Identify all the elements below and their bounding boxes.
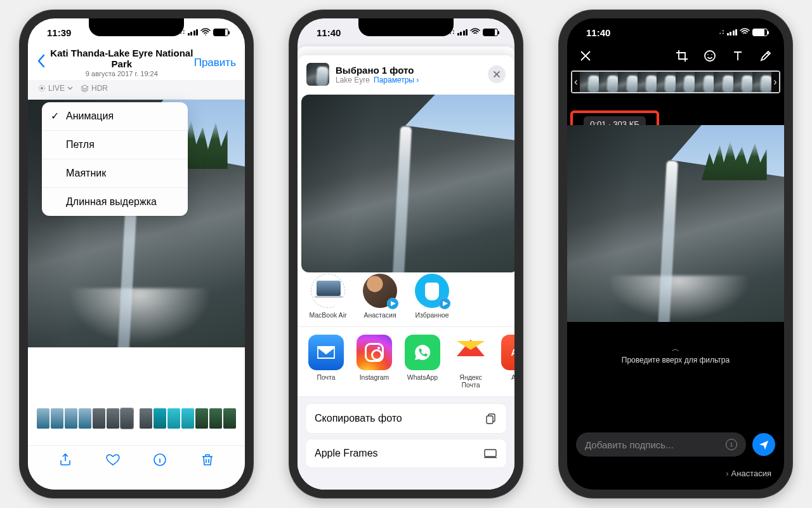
thumbnail-strip[interactable] [28,404,245,432]
send-icon [758,439,769,450]
app-label: Почта [317,373,335,381]
share-sheet: Выбрано 1 фото Lake Eyre Параметры › [298,55,514,490]
app-label: WhatsApp [407,373,438,381]
bottom-toolbar [28,445,245,490]
instagram-icon [357,335,392,370]
airdrop-contacts-row: MacBook Air Анастасия Избранное [298,269,514,327]
send-button[interactable] [752,433,775,456]
swipe-hint: ︿ Проведите вверх для фильтра [567,344,784,364]
nav-bar: Kati Thanda-Lake Eyre National Park 9 ав… [28,46,245,80]
crop-button[interactable] [675,49,689,65]
status-right: ∷ [719,28,768,37]
cellular-icon [457,29,468,36]
action-apple-frames[interactable]: Apple Frames [305,439,507,468]
avatar [311,274,345,308]
svg-point-9 [705,51,715,61]
notch [89,18,184,36]
film-strip-trimmer[interactable]: ‹ › [571,70,780,93]
close-icon [493,70,501,78]
svg-point-0 [41,87,43,90]
app-aliexpress[interactable]: AliEx AliEx [501,335,514,389]
menu-item-loop[interactable]: Петля [42,130,188,159]
back-button[interactable] [37,53,49,72]
yandex-mail-icon [453,335,488,370]
chevron-down-icon [67,86,73,90]
contact-label: MacBook Air [310,311,347,319]
delete-button[interactable] [200,452,215,470]
date-subtitle: 9 августа 2017 г. 19:24 [49,70,194,77]
menu-item-animation[interactable]: ✓ Анимация [42,102,188,130]
live-icon [38,84,46,92]
battery-icon [483,29,498,36]
svg-rect-7 [487,416,493,424]
wifi-icon [740,28,750,37]
next-photo-peek[interactable] [301,95,514,272]
aliexpress-icon: AliEx [501,335,514,370]
app-yandex-mail[interactable]: Яндекс Почта [452,335,489,389]
app-label: AliEx [511,373,514,381]
header-thumbnail [306,63,329,86]
hdr-badge: HDR [81,84,108,93]
wifi-icon [200,28,211,37]
copy-icon [485,412,497,425]
live-badge-dropdown[interactable]: LIVE [38,84,73,93]
text-button[interactable] [731,49,745,65]
recipient-row[interactable]: ›Анастасия [726,469,771,478]
battery-icon [213,29,228,36]
phone-photos-app: 11:39 ∷ Kati Thanda-Lake Eyre National P… [19,10,254,498]
menu-label: Анимация [66,110,114,121]
action-label: Apple Frames [315,448,378,459]
cellular-icon [188,29,199,36]
self-destruct-timer-button[interactable]: 1 [726,439,737,450]
close-button[interactable] [488,65,506,83]
wifi-icon [470,28,480,37]
live-mode-menu: ✓ Анимация Петля Маятник Длинная выдержк… [42,102,188,216]
contact-anastasia[interactable]: Анастасия [361,274,399,319]
phone-telegram-editor: 11:40 ∷ ‹ › [558,10,793,498]
display-icon [483,448,497,458]
favorite-button[interactable] [105,452,121,470]
caption-input[interactable]: Добавить подпись... 1 [576,432,746,457]
action-copy-photo[interactable]: Скопировать фото [305,403,507,434]
draw-button[interactable] [759,49,773,65]
status-time: 11:40 [586,27,610,38]
avatar [363,274,397,308]
edit-button[interactable]: Править [194,57,236,69]
editor-preview[interactable] [567,125,784,322]
swipe-hint-label: Проведите вверх для фильтра [622,356,730,364]
app-mail[interactable]: Почта [308,335,344,389]
menu-label: Маятник [66,168,106,178]
contact-favorites[interactable]: Избранное [413,274,451,319]
status-time: 11:40 [317,27,341,38]
notch [628,18,723,36]
menu-label: Петля [66,139,95,150]
whatsapp-icon [405,335,440,370]
action-label: Скопировать фото [315,413,402,424]
status-time: 11:39 [47,27,71,38]
phone-share-sheet: 11:40 ∷ Выбрано 1 фото Lake Eyre [289,10,523,498]
app-whatsapp[interactable]: WhatsApp [404,335,441,389]
screen: 11:39 ∷ Kati Thanda-Lake Eyre National P… [28,18,245,490]
header-text: Выбрано 1 фото Lake Eyre Параметры › [336,65,481,84]
menu-label: Длинная выдержка [66,196,157,207]
trim-handle-left[interactable]: ‹ [572,72,580,92]
nav-title: Kati Thanda-Lake Eyre National Park 9 ав… [49,48,194,77]
info-button[interactable] [152,452,167,470]
share-button[interactable] [58,452,73,470]
sheet-header: Выбрано 1 фото Lake Eyre Параметры › [298,55,514,91]
contact-label: Анастасия [363,311,396,319]
sticker-button[interactable] [703,49,717,65]
menu-item-long-exposure[interactable]: Длинная выдержка [42,187,188,216]
screen: 11:40 ∷ Выбрано 1 фото Lake Eyre [298,18,514,490]
mail-icon [308,335,344,370]
photo-letterbox [28,347,245,404]
contact-macbook[interactable]: MacBook Air [309,274,347,319]
close-button[interactable] [579,49,593,65]
menu-item-bounce[interactable]: Маятник [42,159,188,187]
avatar [415,274,449,308]
options-button[interactable]: Параметры › [374,76,419,84]
app-instagram[interactable]: Instagram [356,335,393,389]
recipient-name: Анастасия [731,469,771,478]
trim-handle-right[interactable]: › [771,72,779,92]
layers-icon [81,84,89,92]
